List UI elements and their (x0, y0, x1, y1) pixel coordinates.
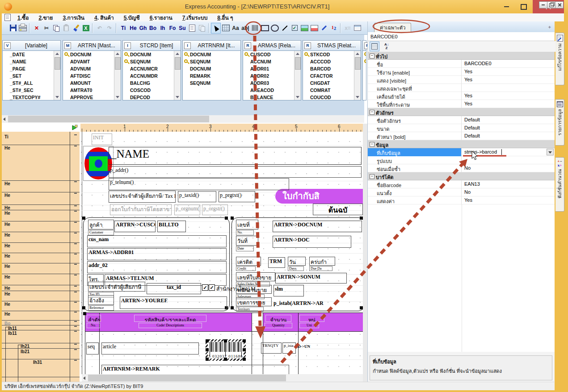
property-row[interactable]: ชื่อBarcodeEAN13 (368, 180, 555, 188)
field-list-item[interactable]: CFACTOR (303, 72, 361, 79)
field-list-item[interactable]: ACCNUMDR (123, 72, 181, 79)
selection-handle[interactable] (82, 306, 85, 309)
field-list-item[interactable]: STKCOD (303, 51, 361, 58)
field-p-orgnum[interactable]: p_orgnum() (174, 204, 200, 215)
label-docno-th[interactable]: เลขที่ (236, 220, 258, 229)
property-row[interactable]: แนวตั้งNo (368, 188, 555, 196)
property-row[interactable]: แสดงเฉพาะชุดที่ (368, 84, 555, 92)
field-remark[interactable]: ARTRNRM->REMARK (101, 365, 289, 374)
property-value[interactable]: stmas->barcod (462, 148, 555, 156)
field-list-item[interactable]: BALCHG (123, 79, 181, 87)
property-value[interactable]: Yes (462, 76, 555, 84)
redo-button[interactable]: ↷ (105, 23, 114, 33)
tab-properties[interactable]: ค่าเฉพาะตัว (374, 23, 411, 32)
selection-handle[interactable] (206, 339, 209, 342)
panels-horizontal-scrollbar[interactable] (2, 115, 364, 123)
header-band-button[interactable]: He (128, 23, 138, 33)
property-row[interactable]: ซ่อนเมื่อซ้ำNo (368, 164, 555, 172)
field-list-item[interactable] (363, 51, 366, 58)
menu-item[interactable]: 6.รายงาน (145, 15, 177, 21)
label-branch-issue[interactable]: ออกใบกำกับภาษีโดยสาขาที่ (110, 204, 172, 215)
field-list-item[interactable]: AMOUNT (63, 79, 121, 87)
report-canvas[interactable]: ใบกำกับสิ INIT_NAMEp_addr()p_telnum()เลข… (80, 132, 363, 374)
field-panel-header[interactable]: R (362, 40, 366, 50)
property-row[interactable]: ตัวหนา [bold]Default (368, 132, 555, 140)
field-cuscod[interactable]: ARTRN->CUSCOD (114, 221, 156, 232)
menu-item[interactable]: 2.ขาย (34, 15, 58, 21)
sort-az-button[interactable]: A↓Z (382, 42, 391, 51)
label-credit-en[interactable]: Credit (236, 266, 256, 271)
field-list-item[interactable]: SEQNUM (183, 58, 240, 65)
selection-handle[interactable] (231, 217, 234, 220)
copy-button[interactable] (51, 23, 61, 33)
label-salesman-th[interactable]: พนักงานขาย (236, 285, 272, 294)
canvas-horizontal-scrollbar[interactable] (82, 374, 363, 382)
field-list-item[interactable]: COUCOD (303, 94, 361, 100)
band-row-ib11[interactable]: Ib11 (2, 330, 80, 343)
property-value[interactable] (462, 84, 555, 92)
band-row-he[interactable]: He (2, 232, 80, 243)
field-addr02[interactable]: addr_02 (87, 261, 227, 273)
formula-button[interactable]: x= (343, 23, 353, 33)
menu-item[interactable]: 4. สินค้า (89, 15, 119, 21)
list-vertical-scrollbar[interactable] (114, 51, 121, 100)
band-row-ih11[interactable]: Ih11 (2, 325, 80, 330)
col-qty-en[interactable]: Quantity (265, 323, 292, 328)
field-sonum[interactable]: ARTRN->SONUM (275, 273, 347, 284)
numbering-tool-button[interactable]: 12 (329, 23, 339, 33)
selection-handle[interactable] (360, 217, 363, 220)
property-row[interactable]: ใช้พื้นที่กระดาษYes (368, 100, 555, 108)
label-reference-th[interactable]: อ้างอิง (88, 295, 114, 305)
item-header-band-button[interactable]: Ih (158, 23, 168, 33)
band-row-he[interactable]: He (2, 274, 80, 285)
selection-handle[interactable] (224, 358, 227, 361)
selection-handle[interactable] (224, 339, 227, 342)
page-button[interactable] (187, 23, 197, 33)
field-list-item[interactable]: AFTDISC (63, 72, 121, 79)
field-list-item[interactable]: ADVNUM (63, 65, 121, 72)
field-list-item[interactable]: DOCNUM (63, 51, 121, 58)
col-qty-th[interactable]: จำนวน (265, 315, 291, 322)
col-no-en[interactable]: No. (87, 323, 100, 328)
band-row-he[interactable]: He (2, 291, 80, 301)
field-list-item[interactable]: ACCNUMCR (123, 65, 181, 72)
picture-tool-button[interactable] (299, 23, 309, 33)
property-value[interactable]: Default (462, 132, 555, 140)
property-section-ข้อมูล[interactable]: −ข้อมูล (368, 140, 555, 148)
child-restore-button[interactable] (547, 1, 555, 8)
list-vertical-scrollbar[interactable] (294, 51, 301, 100)
field-panel-header[interactable]: MARTRN [Mast... (63, 40, 121, 50)
band-row-he[interactable]: He (2, 243, 80, 253)
line-tool-button[interactable] (280, 23, 290, 33)
property-value[interactable]: EAN13 (462, 180, 555, 188)
property-row[interactable]: ชื่อตัวอักษรDefault (368, 116, 555, 124)
field-p-prgtxt[interactable]: p_prgtxt() (219, 191, 255, 202)
title-band-button[interactable]: Ti (118, 23, 128, 33)
property-row[interactable]: แสดง [visible]Yes (368, 76, 555, 84)
pen-tool-button[interactable] (319, 23, 329, 33)
selection-handle[interactable] (243, 358, 246, 361)
list-vertical-scrollbar[interactable] (354, 51, 361, 100)
band-row-he[interactable]: He (2, 311, 80, 321)
field-tool-button[interactable]: ab| (240, 23, 250, 33)
selection-handle[interactable] (82, 217, 85, 220)
property-section-ทั่วไป[interactable]: −ทั่วไป (368, 52, 555, 60)
band-row-he[interactable]: He (2, 192, 80, 205)
field-panel-header[interactable]: IARTRNRM [It... (182, 40, 241, 50)
field-list-item[interactable]: ADDR01 (243, 65, 301, 72)
field-list-item[interactable]: APPROVE (63, 94, 121, 100)
menu-item[interactable]: 1.ซื้อ (13, 15, 34, 21)
band-row-he[interactable]: He (2, 221, 80, 232)
copy-page-button[interactable] (197, 23, 207, 33)
property-value[interactable]: No (462, 164, 555, 172)
excel-export-button[interactable]: X (81, 23, 91, 33)
label-reference-en[interactable]: Reference (88, 305, 114, 311)
property-row[interactable]: ที่เก็บข้อมูลstmas->barcod (368, 148, 555, 156)
label-date-th[interactable]: วันที่ (236, 236, 258, 246)
field-list-item[interactable]: ADVAMT (63, 58, 121, 65)
col-unit-en[interactable]: Uni (299, 323, 319, 328)
field-list-item[interactable]: _ST#_SEC (3, 87, 60, 94)
field-list-item[interactable]: ACCNUM (243, 58, 301, 65)
field-list-item[interactable]: _NAME (3, 58, 60, 65)
band-row-he[interactable]: He (2, 253, 80, 263)
